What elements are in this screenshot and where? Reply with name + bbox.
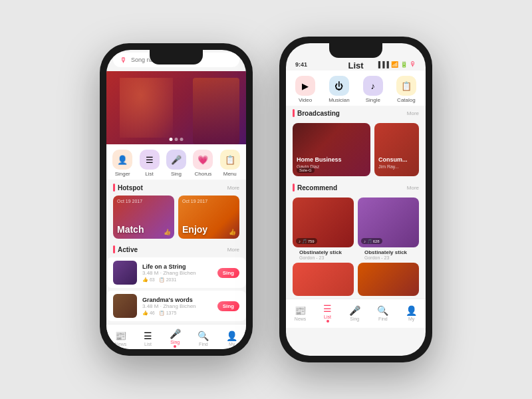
mic-bell-icon: 🎙 bbox=[410, 61, 416, 68]
active-title: Active bbox=[113, 245, 138, 253]
status-icons-right: ▐▐▐ 📶 🔋 🎙 bbox=[376, 61, 416, 68]
nav-catalog[interactable]: 📋 Catalog bbox=[396, 76, 416, 103]
list-tab-icon: ☰ bbox=[144, 331, 152, 341]
musician-icon: ⏻ bbox=[334, 81, 343, 91]
battery-icon: 🔋 bbox=[400, 61, 408, 68]
singer-icon: 👤 bbox=[117, 155, 128, 165]
tab-right-list-active[interactable]: ☰ List bbox=[323, 303, 332, 323]
right-phone: 9:41 List ▐▐▐ 📶 🔋 🎙 ▶ Video ⏻ Musici bbox=[279, 37, 432, 362]
find-icon-r: 🔍 bbox=[377, 305, 388, 316]
left-phone: 🎙 👤 Singer ☰ bbox=[100, 43, 253, 356]
list-icon-r: ☰ bbox=[323, 303, 332, 314]
nav-icons-left: 👤 Singer ☰ List 🎤 Sing 💗 Choru bbox=[106, 144, 246, 180]
sing-button-0[interactable]: Sing bbox=[217, 268, 239, 278]
catalog-icon: 📋 bbox=[401, 81, 412, 91]
nav-singer[interactable]: 👤 Singer bbox=[112, 150, 132, 177]
sing-icon-r: 🎤 bbox=[349, 305, 360, 316]
broadcasting-title: Broadcasting bbox=[293, 109, 340, 117]
nav-sing[interactable]: 🎤 Sing bbox=[166, 150, 186, 177]
list-icon: ☰ bbox=[146, 155, 154, 165]
tab-right-find[interactable]: 🔍 Find bbox=[377, 305, 388, 321]
mic-icon: 🎙 bbox=[120, 56, 127, 64]
video-icon: ▶ bbox=[302, 81, 309, 91]
time-display: 9:41 bbox=[295, 61, 307, 68]
broadcast-card-0[interactable]: Home Business Gavin Diaz Sole-G bbox=[293, 123, 370, 176]
news-icon: 📰 bbox=[115, 331, 126, 341]
rec-card-4[interactable] bbox=[358, 263, 419, 296]
thumb-0 bbox=[113, 261, 137, 285]
signal-icon: ▐▐▐ bbox=[376, 61, 389, 68]
tab-right-sing[interactable]: 🎤 Sing bbox=[349, 305, 360, 321]
my-icon-r: 👤 bbox=[406, 305, 417, 316]
tab-news[interactable]: 📰 News bbox=[115, 331, 127, 346]
notch-right bbox=[329, 43, 382, 58]
active-item-0[interactable]: Life on a String 3.48 M · Zhang Bichen 👍… bbox=[106, 257, 246, 288]
active-item-1[interactable]: Grandma's words 3.48 M · Zhang Bichen 👍 … bbox=[106, 291, 246, 321]
nav-list[interactable]: ☰ List bbox=[140, 150, 160, 177]
rec-item-0[interactable]: ♪🎵 759 Obstinately stick Gordon - 23 bbox=[293, 198, 354, 260]
hotspot-more[interactable]: More bbox=[227, 185, 239, 191]
hotspot-title: Hotspot bbox=[113, 184, 143, 192]
hotspot-section: Hotspot More Oct 19 2017 Match 👍 Oct 19 … bbox=[106, 180, 246, 241]
recommend-more[interactable]: More bbox=[407, 185, 419, 191]
tab-my[interactable]: 👤 My bbox=[226, 331, 237, 346]
recommend-grid: ♪🎵 759 Obstinately stick Gordon - 23 ♪🎵 … bbox=[286, 198, 426, 263]
active-info-1: Grandma's words 3.48 M · Zhang Bichen 👍 … bbox=[142, 297, 212, 316]
rec-row2 bbox=[286, 263, 426, 299]
rec-item-1[interactable]: ♪🎵 628 Obstinately stick Gordon - 23 bbox=[358, 198, 419, 260]
nav-icons-right: ▶ Video ⏻ Musician ♪ Single 📋 Ca bbox=[286, 70, 426, 106]
menu-icon: 📋 bbox=[225, 155, 235, 165]
broadcast-tag-0: Sole-G bbox=[297, 168, 315, 173]
find-icon: 🔍 bbox=[198, 331, 209, 341]
active-info-0: Life on a String 3.48 M · Zhang Bichen 👍… bbox=[142, 263, 212, 283]
tab-bar-left: 📰 News ☰ List 🎤 Sing 🔍 Find 👤 My bbox=[106, 324, 246, 349]
recommend-section: Recommend More bbox=[286, 180, 426, 198]
news-icon-r: 📰 bbox=[295, 305, 306, 316]
broadcasting-more[interactable]: More bbox=[407, 110, 419, 116]
tab-list[interactable]: ☰ List bbox=[144, 331, 152, 346]
hero-banner bbox=[106, 71, 246, 144]
active-section: Active More bbox=[106, 241, 246, 253]
page-title-right: List bbox=[348, 61, 363, 70]
nav-menu[interactable]: 📋 Menu bbox=[220, 150, 240, 177]
tab-sing-active[interactable]: 🎤 Sing bbox=[170, 329, 181, 348]
sing-tab-icon: 🎤 bbox=[170, 329, 181, 339]
nav-chorus[interactable]: 💗 Chorus bbox=[193, 150, 213, 177]
tab-find[interactable]: 🔍 Find bbox=[198, 331, 209, 346]
nav-musician[interactable]: ⏻ Musician bbox=[329, 76, 350, 103]
tab-right-news[interactable]: 📰 News bbox=[295, 305, 307, 321]
wifi-icon: 📶 bbox=[391, 61, 398, 68]
broadcasting-section: Broadcasting More bbox=[286, 106, 426, 123]
notch-left bbox=[150, 50, 203, 65]
sing-button-1[interactable]: Sing bbox=[217, 301, 239, 311]
nav-video[interactable]: ▶ Video bbox=[295, 76, 315, 103]
broadcast-card-1[interactable]: Consum... Jim Ray... bbox=[374, 123, 419, 176]
rec-card-3[interactable] bbox=[293, 263, 354, 296]
sing-icon: 🎤 bbox=[171, 155, 182, 165]
active-more[interactable]: More bbox=[227, 247, 239, 253]
recommend-title: Recommend bbox=[293, 184, 337, 192]
broadcast-cards: Home Business Gavin Diaz Sole-G Consum..… bbox=[286, 123, 426, 180]
thumb-1 bbox=[113, 294, 137, 318]
hotspot-card-match[interactable]: Oct 19 2017 Match 👍 bbox=[113, 196, 174, 239]
rec-tag-0: ♪🎵 759 bbox=[296, 238, 317, 244]
nav-single[interactable]: ♪ Single bbox=[363, 76, 383, 103]
my-icon: 👤 bbox=[226, 331, 237, 341]
hotspot-card-enjoy[interactable]: Oct 19 2017 Enjoy 👍 bbox=[178, 196, 239, 239]
tab-bar-right: 📰 News ☰ List 🎤 Sing 🔍 Find 👤 My bbox=[286, 299, 426, 328]
single-icon: ♪ bbox=[371, 81, 376, 91]
hotspot-cards: Oct 19 2017 Match 👍 Oct 19 2017 Enjoy 👍 bbox=[113, 196, 239, 239]
chorus-icon: 💗 bbox=[198, 155, 208, 165]
rec-tag-1: ♪🎵 628 bbox=[361, 238, 382, 244]
tab-right-my[interactable]: 👤 My bbox=[406, 305, 417, 321]
